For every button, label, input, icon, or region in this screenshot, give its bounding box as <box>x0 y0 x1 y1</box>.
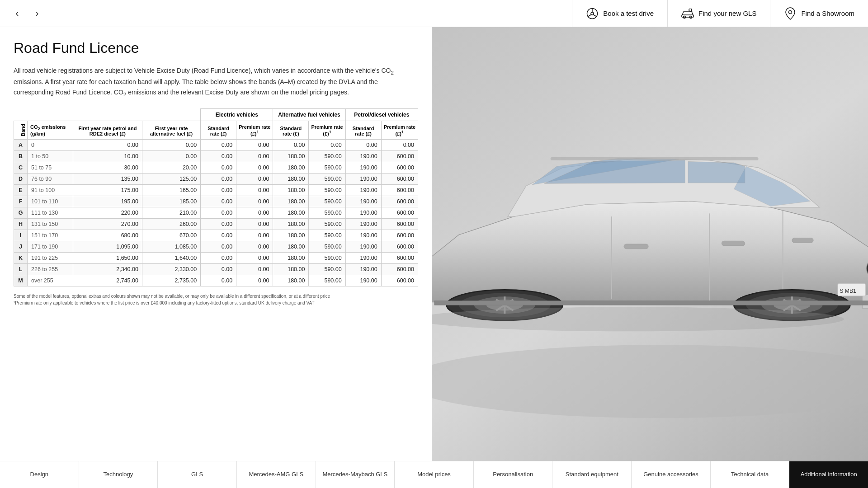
prev-arrow[interactable]: ‹ <box>9 5 25 22</box>
pdv-standard-col-header: Standard rate (£) <box>345 121 381 140</box>
svg-rect-19 <box>624 244 648 249</box>
svg-point-8 <box>689 9 692 11</box>
main-content: Road Fund Licence All road vehicle regis… <box>0 27 868 461</box>
bottom-nav-item[interactable]: Technology <box>79 461 158 488</box>
description: All road vehicle registrations are subje… <box>14 66 418 99</box>
svg-point-38 <box>432 307 844 331</box>
svg-point-10 <box>789 10 792 14</box>
table-row: A00.000.000.000.000.000.000.000.00 <box>14 139 418 150</box>
book-test-drive-label: Book a test drive <box>603 9 654 17</box>
table-row: L226 to 2552,340.002,330.000.000.00180.0… <box>14 263 418 275</box>
footnotes: Some of the model features, optional ext… <box>14 293 418 306</box>
bottom-nav-item[interactable]: Model prices <box>395 461 474 488</box>
road-fund-table: Electric vehicles Alternative fuel vehic… <box>14 108 418 286</box>
find-showroom-label: Find a Showroom <box>801 9 854 17</box>
ev-premium-col-header: Premium rate (£)1 <box>236 121 273 140</box>
svg-line-4 <box>594 14 597 17</box>
table-row: D76 to 90135.00125.000.000.00180.00590.0… <box>14 173 418 184</box>
location-pin-icon <box>784 7 797 20</box>
table-row: H131 to 150270.00260.000.000.00180.00590… <box>14 218 418 230</box>
co2-spacer <box>28 109 73 121</box>
bottom-nav: DesignTechnologyGLSMercedes-AMG GLSMerce… <box>0 461 868 488</box>
table-row: F101 to 110195.00185.000.000.00180.00590… <box>14 196 418 207</box>
footnote-line2: ¹Premium rate only applicable to vehicle… <box>14 300 418 306</box>
bottom-nav-item[interactable]: Personalisation <box>474 461 553 488</box>
first-year-alt-spacer <box>142 109 200 121</box>
find-new-gls-link[interactable]: Find your new GLS <box>667 0 770 27</box>
svg-line-3 <box>588 14 591 17</box>
svg-text:S MB1: S MB1 <box>840 288 856 294</box>
afv-group-header: Alternative fuel vehicles <box>273 109 345 121</box>
table-row: E91 to 100175.00165.000.000.00180.00590.… <box>14 184 418 196</box>
table-row: C51 to 7530.0020.000.000.00180.00590.001… <box>14 162 418 173</box>
nav-arrows: ‹ › <box>0 5 54 22</box>
first-year-alt-col-header: First year rate alternative fuel (£) <box>142 121 200 140</box>
first-year-petrol-spacer <box>73 109 142 121</box>
right-panel: S MB1 <box>432 27 868 461</box>
table-row: K191 to 2251,650.001,640.000.000.00180.0… <box>14 252 418 263</box>
book-test-drive-link[interactable]: Book a test drive <box>572 0 667 27</box>
svg-point-12 <box>432 345 868 418</box>
svg-point-1 <box>591 12 594 15</box>
ev-group-header: Electric vehicles <box>201 109 273 121</box>
afv-standard-col-header: Standard rate (£) <box>273 121 309 140</box>
group-header-row: Electric vehicles Alternative fuel vehic… <box>14 109 418 121</box>
steering-wheel-icon <box>586 7 599 20</box>
ev-standard-col-header: Standard rate (£) <box>201 121 236 140</box>
bottom-nav-item[interactable]: Additional information <box>789 461 868 488</box>
co2-col-header: CO2 emissions (g/km) <box>28 121 73 140</box>
table-body: A00.000.000.000.000.000.000.000.00B1 to … <box>14 139 418 286</box>
first-year-petrol-col-header: First year rate petrol and RDE2 diesel (… <box>73 121 142 140</box>
band-spacer <box>14 109 28 121</box>
table-row: J171 to 1901,095.001,085.000.000.00180.0… <box>14 241 418 252</box>
table-row: B1 to 5010.000.000.000.00180.00590.00190… <box>14 150 418 162</box>
bottom-nav-item[interactable]: GLS <box>158 461 237 488</box>
bottom-nav-item[interactable]: Technical data <box>711 461 790 488</box>
band-col-header: Band <box>14 121 28 140</box>
pdv-premium-col-header: Premium rate (£)1 <box>381 121 418 140</box>
bottom-nav-item[interactable]: Standard equipment <box>552 461 632 488</box>
table-wrapper: Electric vehicles Alternative fuel vehic… <box>14 108 418 286</box>
find-showroom-link[interactable]: Find a Showroom <box>770 0 868 27</box>
bottom-nav-item[interactable]: Genuine accessories <box>632 461 711 488</box>
bottom-nav-item[interactable]: Mercedes-Maybach GLS <box>316 461 395 488</box>
find-new-gls-label: Find your new GLS <box>698 9 756 17</box>
footnote-line1: Some of the model features, optional ext… <box>14 293 418 300</box>
bottom-nav-item[interactable]: Mercedes-AMG GLS <box>237 461 316 488</box>
col-header-row: Band CO2 emissions (g/km) First year rat… <box>14 121 418 140</box>
svg-rect-20 <box>722 241 745 246</box>
next-arrow[interactable]: › <box>29 5 45 22</box>
car-search-icon <box>681 7 694 20</box>
pdv-group-header: Petrol/diesel vehicles <box>345 109 418 121</box>
table-row: G111 to 130220.00210.000.000.00180.00590… <box>14 207 418 218</box>
page-title: Road Fund Licence <box>14 40 418 56</box>
svg-rect-21 <box>792 238 813 243</box>
table-row: I151 to 170680.00670.000.000.00180.00590… <box>14 230 418 241</box>
left-panel: Road Fund Licence All road vehicle regis… <box>0 27 432 461</box>
bottom-nav-item[interactable]: Design <box>0 461 79 488</box>
svg-rect-39 <box>551 157 759 160</box>
table-row: Mover 2552,745.002,735.000.000.00180.005… <box>14 275 418 286</box>
car-image: S MB1 <box>432 27 868 461</box>
header: ‹ › Book a test drive <box>0 0 868 27</box>
header-actions: Book a test drive Find your new GLS <box>572 0 868 27</box>
afv-premium-col-header: Premium rate (£)1 <box>309 121 345 140</box>
